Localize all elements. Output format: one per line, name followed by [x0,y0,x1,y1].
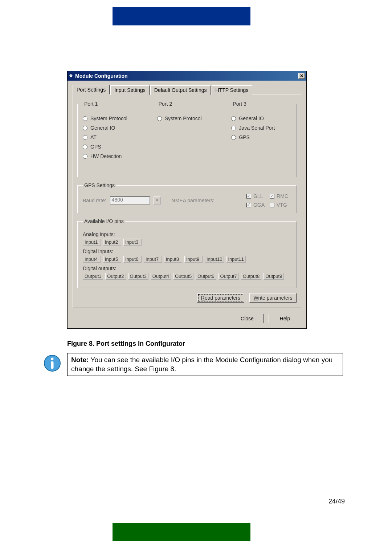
analog-inputs-row: Input1 Input2 Input3 [83,239,292,246]
pin-input5[interactable]: Input5 [103,256,121,263]
svg-point-1 [51,358,54,360]
pin-input2[interactable]: Input2 [103,239,121,246]
titlebar-text: Module Configuration [75,73,128,79]
gps-legend: GPS Settings [83,182,116,188]
help-button[interactable]: Help [269,314,301,323]
pin-output9[interactable]: Output9 [264,273,284,280]
baud-rate-select[interactable]: 4800 [110,197,150,204]
gps-settings-group: GPS Settings Baud rate: 4800 ▼ NMEA para… [77,182,297,213]
digital-inputs-label: Digital inputs: [83,248,292,254]
port2-system-protocol[interactable]: System Protocol [157,116,218,121]
port1-legend: Port 1 [83,101,99,107]
read-parameters-button[interactable]: Read parameters [197,293,244,303]
nmea-label: NMEA parameters: [172,198,215,203]
pin-input3[interactable]: Input3 [123,239,142,246]
pin-output2[interactable]: Output2 [105,273,126,280]
pin-output4[interactable]: Output4 [151,273,171,280]
pin-output3[interactable]: Output3 [128,273,148,280]
titlebar: ❖ Module Configuration ✕ [68,71,306,81]
port1-general-io[interactable]: General IO [83,125,143,131]
io-legend: Available I/O pins [83,218,125,224]
port2-group: Port 2 System Protocol [152,101,222,177]
checkbox-gga[interactable]: GGA [246,202,265,208]
available-io-pins-group: Available I/O pins Analog inputs: Input1… [77,218,297,288]
footer-redaction-bar [113,523,250,541]
pin-output1[interactable]: Output1 [83,273,103,280]
pin-input1[interactable]: Input1 [83,239,101,246]
port1-system-protocol[interactable]: System Protocol [83,116,143,121]
tab-default-output-settings[interactable]: Default Output Settings [150,85,211,95]
write-parameters-button[interactable]: Write parameters [249,293,297,303]
pin-input4[interactable]: Input4 [83,256,101,263]
header-redaction-bar [113,7,250,25]
pin-output5[interactable]: Output5 [173,273,193,280]
checkbox-gll[interactable]: GLL [246,193,265,199]
pin-input7[interactable]: Input7 [144,256,162,263]
pin-input8[interactable]: Input8 [164,256,182,263]
pin-input11[interactable]: Input11 [226,256,245,263]
port1-gps[interactable]: GPS [83,144,143,150]
port3-legend: Port 3 [231,101,248,107]
app-icon: ❖ [69,73,73,78]
pin-input10[interactable]: Input10 [205,256,224,263]
port1-hw-detection[interactable]: HW Detection [83,153,143,159]
port3-gps[interactable]: GPS [231,134,292,140]
info-icon [44,355,61,372]
figure-caption: Figure 8. Port settings in Configurator [67,340,185,348]
chevron-down-icon[interactable]: ▼ [154,197,161,204]
port3-general-io[interactable]: General IO [231,116,292,121]
close-icon[interactable]: ✕ [298,73,305,79]
port1-group: Port 1 System Protocol General IO AT GPS… [77,101,148,177]
pin-input6[interactable]: Input6 [123,256,142,263]
digital-inputs-row: Input4 Input5 Input6 Input7 Input8 Input… [83,256,292,263]
tab-http-settings[interactable]: HTTP Settings [212,85,253,95]
analog-inputs-label: Analog inputs: [83,231,292,237]
tab-input-settings[interactable]: Input Settings [110,85,150,95]
port1-at[interactable]: AT [83,134,143,140]
checkbox-vtg[interactable]: VTG [270,202,288,208]
tab-port-settings[interactable]: Port Settings [73,85,110,94]
note-text: Note: You can see the available I/O pins… [71,356,339,373]
port2-legend: Port 2 [157,101,173,107]
module-configuration-dialog: ❖ Module Configuration ✕ Port Settings I… [67,71,307,329]
page-number: 24/49 [328,498,345,505]
pin-output6[interactable]: Output6 [196,273,216,280]
svg-rect-2 [51,361,54,369]
tabpanel-port-settings: Port 1 System Protocol General IO AT GPS… [73,94,301,308]
baud-rate-label: Baud rate: [83,198,106,203]
port3-java-serial-port[interactable]: Java Serial Port [231,125,292,131]
tabs: Port Settings Input Settings Default Out… [73,85,301,94]
pin-output7[interactable]: Output7 [219,273,239,280]
digital-outputs-row: Output1 Output2 Output3 Output4 Output5 … [83,273,292,280]
close-button[interactable]: Close [231,314,264,323]
port3-group: Port 3 General IO Java Serial Port GPS [226,101,297,177]
digital-outputs-label: Digital outputs: [83,266,292,271]
pin-input9[interactable]: Input9 [184,256,203,263]
checkbox-rmc[interactable]: RMC [270,193,288,199]
note-box: Note: You can see the available I/O pins… [67,353,343,376]
pin-output8[interactable]: Output8 [241,273,261,280]
